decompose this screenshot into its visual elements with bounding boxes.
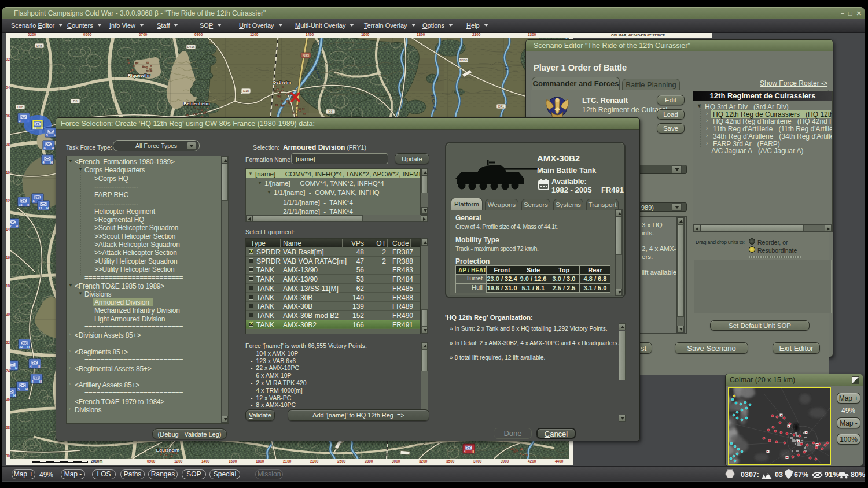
- svg-text:10: 10: [33, 126, 36, 130]
- svg-text:H: H: [50, 161, 53, 164]
- svg-text:16: 16: [19, 203, 23, 206]
- svg-text:Equisheim: Equisheim: [156, 448, 179, 453]
- svg-text:6: 6: [33, 199, 35, 203]
- svg-text:Beblenheim: Beblenheim: [183, 101, 209, 106]
- svg-text:H: H: [15, 367, 17, 370]
- svg-text:H: H: [41, 126, 43, 130]
- svg-text:H: H: [52, 146, 54, 150]
- svg-text:N83: N83: [303, 54, 310, 57]
- svg-text:16: 16: [10, 367, 11, 370]
- svg-text:5: 5: [18, 387, 20, 391]
- svg-text:D3: D3: [328, 110, 332, 113]
- svg-text:Ostheim: Ostheim: [273, 80, 291, 85]
- svg-text:22: 22: [10, 224, 12, 228]
- svg-text:3: 3: [19, 119, 21, 123]
- svg-text:D1b: D1b: [17, 105, 23, 109]
- svg-text:D106: D106: [459, 58, 467, 62]
- svg-text:D41: D41: [498, 105, 504, 108]
- svg-text:3: 3: [46, 134, 48, 137]
- svg-text:H: H: [46, 206, 49, 210]
- svg-text:D48: D48: [36, 44, 42, 47]
- svg-text:H: H: [16, 224, 18, 228]
- svg-text:D416: D416: [187, 45, 194, 49]
- svg-text:D1b: D1b: [243, 89, 249, 93]
- svg-text:Riquewihr: Riquewihr: [128, 73, 150, 78]
- svg-text:22: 22: [20, 345, 23, 349]
- svg-text:D3: D3: [73, 99, 77, 103]
- svg-text:H: H: [38, 365, 40, 368]
- svg-text:H: H: [27, 203, 29, 206]
- svg-text:H: H: [27, 345, 30, 349]
- svg-text:H: H: [13, 394, 16, 397]
- svg-text:H: H: [472, 450, 474, 453]
- svg-text:H: H: [39, 380, 42, 383]
- svg-text:12: 12: [39, 206, 42, 210]
- svg-text:H: H: [25, 387, 28, 391]
